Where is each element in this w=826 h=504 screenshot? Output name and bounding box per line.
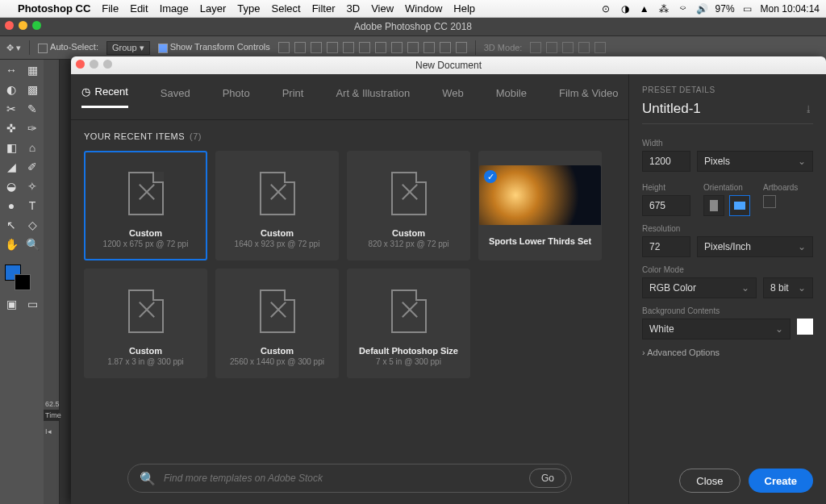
- status-icon[interactable]: ⊙: [599, 3, 612, 15]
- tab-print[interactable]: Print: [282, 85, 304, 108]
- tab-film[interactable]: Film & Video: [559, 85, 618, 108]
- align-icon[interactable]: [359, 42, 370, 53]
- volume-icon[interactable]: 🔊: [696, 3, 709, 15]
- tab-mobile[interactable]: Mobile: [496, 85, 527, 108]
- align-icon[interactable]: [456, 42, 467, 53]
- bgcontents-dropdown[interactable]: White⌄: [642, 319, 791, 339]
- menu-window[interactable]: Window: [405, 2, 442, 15]
- stock-go-button[interactable]: Go: [529, 469, 566, 488]
- dialog-titlebar[interactable]: New Document: [71, 56, 826, 74]
- save-preset-icon[interactable]: ⭳: [804, 104, 813, 114]
- tool-quickmask[interactable]: ▣: [2, 295, 21, 313]
- align-icon[interactable]: [440, 42, 451, 53]
- menu-filter[interactable]: Filter: [312, 2, 336, 15]
- tab-saved[interactable]: Saved: [161, 85, 190, 108]
- artboards-checkbox[interactable]: [763, 195, 776, 208]
- tool-zoom[interactable]: 🔍: [23, 235, 42, 253]
- tool-eraser[interactable]: ◢: [2, 158, 21, 176]
- preset-card[interactable]: Custom1640 x 923 px @ 72 ppi: [215, 151, 339, 260]
- colormode-dropdown[interactable]: RGB Color⌄: [642, 277, 757, 298]
- tool-hand[interactable]: ✋: [2, 235, 21, 253]
- color-swatches[interactable]: [2, 261, 40, 294]
- advanced-options-toggle[interactable]: Advanced Options: [642, 348, 813, 357]
- align-icon[interactable]: [375, 42, 386, 53]
- tool-dodge[interactable]: ✧: [23, 177, 42, 195]
- tool-crop[interactable]: ✂: [2, 100, 21, 118]
- align-icon[interactable]: [391, 42, 403, 53]
- align-icon[interactable]: [311, 42, 322, 53]
- colordepth-dropdown[interactable]: 8 bit⌄: [763, 277, 813, 298]
- menu-edit[interactable]: Edit: [130, 2, 148, 15]
- auto-select-checkbox[interactable]: Auto-Select:: [38, 42, 98, 52]
- bluetooth-icon[interactable]: ⁂: [657, 3, 670, 15]
- preset-card[interactable]: Custom1.87 x 3 in @ 300 ppi: [84, 269, 207, 378]
- tool-quick-select[interactable]: ▩: [23, 81, 42, 98]
- resolution-input[interactable]: 72: [642, 236, 690, 257]
- clock[interactable]: Mon 10:04:14: [761, 3, 820, 15]
- tool-gradient[interactable]: ✐: [23, 158, 42, 176]
- orientation-landscape[interactable]: [729, 195, 750, 216]
- tool-marquee[interactable]: ▦: [23, 61, 42, 79]
- create-button[interactable]: Create: [749, 469, 813, 493]
- 3d-icon[interactable]: [562, 42, 574, 53]
- tool-pen[interactable]: ●: [2, 197, 21, 215]
- menu-select[interactable]: Select: [271, 2, 300, 15]
- tool-lasso[interactable]: ◐: [2, 81, 21, 98]
- resolution-unit-dropdown[interactable]: Pixels/Inch⌄: [697, 236, 813, 257]
- tab-recent[interactable]: ◷ Recent: [81, 85, 128, 108]
- tab-art[interactable]: Art & Illustration: [336, 85, 410, 108]
- tool-healing[interactable]: ✜: [2, 119, 21, 137]
- document-name-input[interactable]: Untitled-1: [642, 101, 701, 117]
- tool-screenmode[interactable]: ▭: [23, 295, 42, 313]
- tool-type[interactable]: T: [23, 197, 42, 215]
- tool-stamp[interactable]: ◧: [2, 139, 21, 156]
- menu-3d[interactable]: 3D: [347, 2, 361, 15]
- 3d-icon[interactable]: [530, 42, 541, 53]
- preset-card[interactable]: Custom1200 x 675 px @ 72 ppi: [84, 151, 207, 260]
- tool-blur[interactable]: ◒: [2, 177, 21, 195]
- width-input[interactable]: 1200: [642, 151, 690, 172]
- move-tool-icon[interactable]: ✥ ▾: [6, 43, 21, 53]
- dialog-close-icon[interactable]: [76, 60, 85, 69]
- width-unit-dropdown[interactable]: Pixels⌄: [697, 151, 813, 172]
- tool-move[interactable]: ↔: [2, 61, 21, 79]
- 3d-icon[interactable]: [594, 42, 606, 53]
- menu-help[interactable]: Help: [453, 2, 475, 15]
- tab-photo[interactable]: Photo: [223, 85, 250, 108]
- status-icon[interactable]: ◑: [619, 3, 632, 15]
- menu-type[interactable]: Type: [237, 2, 260, 15]
- menu-image[interactable]: Image: [160, 2, 189, 15]
- menu-layer[interactable]: Layer: [200, 2, 227, 15]
- preset-card[interactable]: Default Photoshop Size7 x 5 in @ 300 ppi: [347, 269, 470, 378]
- show-transform-checkbox[interactable]: Show Transform Controls: [158, 42, 270, 52]
- align-icon[interactable]: [407, 42, 419, 53]
- preset-card[interactable]: Custom2560 x 1440 px @ 300 ppi: [215, 269, 339, 378]
- height-input[interactable]: 675: [642, 195, 690, 216]
- tool-history-brush[interactable]: ⌂: [23, 139, 42, 156]
- battery-icon[interactable]: ▭: [741, 3, 754, 15]
- status-icon[interactable]: ▲: [638, 3, 651, 15]
- auto-select-dropdown[interactable]: Group ▾: [106, 41, 150, 55]
- window-minimize-icon[interactable]: [19, 21, 27, 30]
- tab-web[interactable]: Web: [442, 85, 464, 108]
- preset-card[interactable]: Custom820 x 312 px @ 72 ppi: [347, 151, 470, 260]
- window-close-icon[interactable]: [5, 21, 14, 30]
- background-swatch[interactable]: [15, 274, 31, 290]
- align-icon[interactable]: [278, 42, 290, 53]
- 3d-icon[interactable]: [546, 42, 557, 53]
- bg-swatch[interactable]: [797, 319, 813, 335]
- stock-search-input[interactable]: [164, 473, 521, 484]
- preset-card[interactable]: ✓Sports Lower Thirds Set: [478, 151, 602, 260]
- tool-eyedropper[interactable]: ✎: [23, 100, 42, 118]
- 3d-icon[interactable]: [578, 42, 590, 53]
- app-menu[interactable]: Photoshop CC: [18, 2, 90, 15]
- align-icon[interactable]: [327, 42, 338, 53]
- align-icon[interactable]: [343, 42, 354, 53]
- tool-shape[interactable]: ◇: [23, 216, 42, 234]
- wifi-icon[interactable]: ⌔: [677, 3, 690, 15]
- tool-brush[interactable]: ✑: [23, 119, 42, 137]
- tool-path[interactable]: ↖: [2, 216, 21, 234]
- align-icon[interactable]: [423, 42, 435, 53]
- menu-view[interactable]: View: [371, 2, 394, 15]
- close-button[interactable]: Close: [679, 469, 740, 493]
